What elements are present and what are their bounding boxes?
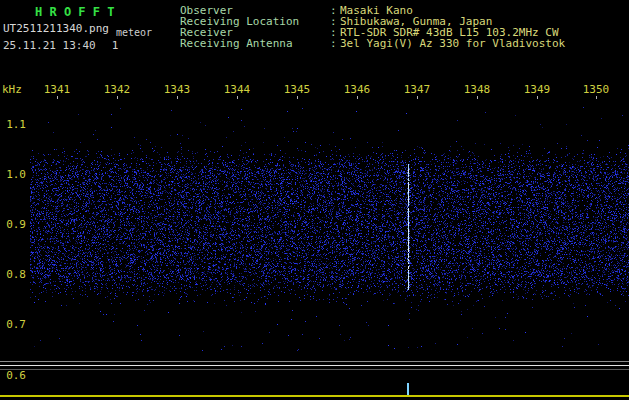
- x-tick-label: 1347: [404, 83, 431, 96]
- x-tick-label: 1343: [164, 83, 191, 96]
- y-tick-label: 1.0: [2, 168, 26, 181]
- time-baseline: [0, 395, 629, 397]
- info-label: Receiving Antenna: [180, 38, 330, 49]
- x-tick-label: 1350: [583, 83, 610, 96]
- datetime-value: 25.11.21 13:40: [3, 39, 96, 52]
- x-tick-label: 1341: [44, 83, 71, 96]
- station-info: Observer:Masaki Kano Receiving Location:…: [180, 5, 565, 49]
- y-tick-label: 0.7: [2, 318, 26, 331]
- info-value: 3el Yagi(V) Az 330 for Vladivostok: [340, 38, 565, 49]
- level-graph-line: [0, 361, 629, 362]
- app-title: H R O F F T: [35, 5, 114, 19]
- datetime-label: 25.11.21 13:401: [3, 39, 118, 52]
- capture-filename: UT2511211340.png: [3, 22, 109, 35]
- y-tick-label: 1.1: [2, 118, 26, 131]
- spectrogram-canvas: [30, 99, 629, 357]
- x-tick-label: 1344: [224, 83, 251, 96]
- info-row-antenna: Receiving Antenna:3el Yagi(V) Az 330 for…: [180, 38, 565, 49]
- x-tick-label: 1342: [104, 83, 131, 96]
- y-axis-unit: kHz: [2, 83, 22, 96]
- level-graph-line: [0, 369, 629, 370]
- x-tick-label: 1348: [464, 83, 491, 96]
- info-colon: :: [330, 38, 340, 49]
- mode-label: meteor: [116, 27, 152, 38]
- y-tick-label: 0.6: [2, 369, 26, 382]
- level-graph-line: [0, 365, 629, 366]
- echo-time-marker: [407, 383, 409, 395]
- x-tick-label: 1346: [344, 83, 371, 96]
- x-tick-label: 1349: [524, 83, 551, 96]
- counter-value: 1: [112, 39, 119, 52]
- hrofft-output-window: H R O F F T UT2511211340.png meteor 25.1…: [0, 0, 629, 400]
- x-tick-label: 1345: [284, 83, 311, 96]
- y-tick-label: 0.9: [2, 218, 26, 231]
- y-tick-label: 0.8: [2, 268, 26, 281]
